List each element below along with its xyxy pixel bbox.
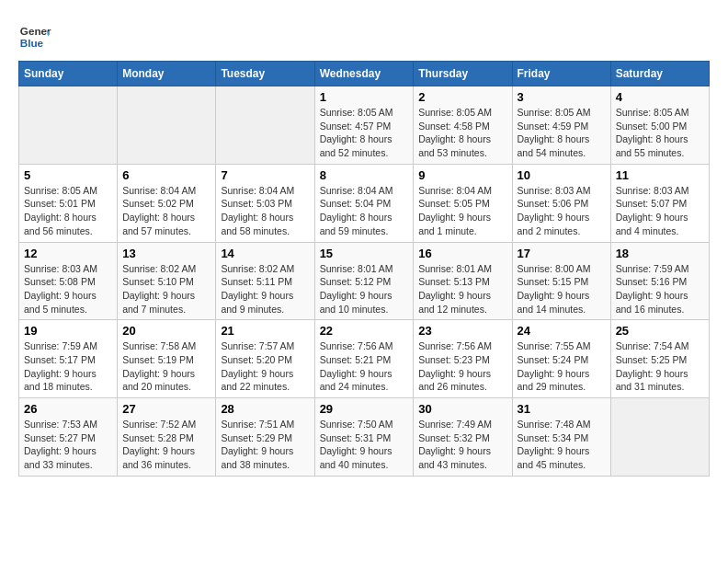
calendar-cell: 19Sunrise: 7:59 AM Sunset: 5:17 PM Dayli…: [19, 320, 118, 398]
day-number: 19: [24, 324, 112, 338]
weekday-header-row: SundayMondayTuesdayWednesdayThursdayFrid…: [19, 62, 710, 86]
calendar-cell: 30Sunrise: 7:49 AM Sunset: 5:32 PM Dayli…: [414, 398, 512, 477]
day-number: 18: [616, 247, 704, 260]
weekday-header-sunday: Sunday: [19, 62, 118, 86]
week-row-2: 5Sunrise: 8:05 AM Sunset: 5:01 PM Daylig…: [19, 164, 710, 242]
day-info: Sunrise: 8:01 AM Sunset: 5:13 PM Dayligh…: [418, 262, 506, 316]
day-info: Sunrise: 7:59 AM Sunset: 5:16 PM Dayligh…: [616, 262, 704, 316]
header: General Blue: [18, 18, 710, 52]
day-number: 22: [320, 324, 409, 338]
day-info: Sunrise: 8:01 AM Sunset: 5:12 PM Dayligh…: [320, 262, 409, 316]
day-number: 12: [24, 247, 112, 260]
day-number: 16: [418, 247, 506, 260]
day-info: Sunrise: 8:03 AM Sunset: 5:06 PM Dayligh…: [518, 184, 606, 238]
day-info: Sunrise: 8:04 AM Sunset: 5:02 PM Dayligh…: [122, 184, 210, 238]
calendar-cell: 6Sunrise: 8:04 AM Sunset: 5:02 PM Daylig…: [118, 164, 216, 242]
day-info: Sunrise: 7:51 AM Sunset: 5:29 PM Dayligh…: [221, 418, 309, 472]
svg-text:Blue: Blue: [20, 37, 44, 49]
calendar-cell: 8Sunrise: 8:04 AM Sunset: 5:04 PM Daylig…: [314, 164, 414, 242]
calendar-cell: 17Sunrise: 8:00 AM Sunset: 5:15 PM Dayli…: [512, 242, 610, 320]
day-number: 3: [518, 90, 606, 104]
day-info: Sunrise: 8:05 AM Sunset: 4:57 PM Dayligh…: [320, 106, 409, 160]
day-number: 31: [518, 402, 606, 416]
logo: General Blue: [18, 18, 55, 52]
calendar-cell: 21Sunrise: 7:57 AM Sunset: 5:20 PM Dayli…: [216, 320, 314, 398]
day-number: 27: [122, 402, 210, 416]
day-info: Sunrise: 7:56 AM Sunset: 5:23 PM Dayligh…: [418, 339, 506, 394]
weekday-header-monday: Monday: [118, 62, 216, 86]
calendar-cell: 14Sunrise: 8:02 AM Sunset: 5:11 PM Dayli…: [216, 242, 314, 320]
week-row-5: 26Sunrise: 7:53 AM Sunset: 5:27 PM Dayli…: [19, 398, 710, 477]
day-number: 7: [221, 168, 309, 182]
calendar-cell: 31Sunrise: 7:48 AM Sunset: 5:34 PM Dayli…: [512, 398, 610, 477]
logo-icon: General Blue: [18, 18, 51, 52]
day-info: Sunrise: 7:49 AM Sunset: 5:32 PM Dayligh…: [418, 418, 506, 472]
weekday-header-tuesday: Tuesday: [216, 62, 314, 86]
calendar-cell: 27Sunrise: 7:52 AM Sunset: 5:28 PM Dayli…: [118, 398, 216, 477]
week-row-3: 12Sunrise: 8:03 AM Sunset: 5:08 PM Dayli…: [19, 242, 710, 320]
day-number: 26: [24, 402, 112, 416]
calendar-cell: 29Sunrise: 7:50 AM Sunset: 5:31 PM Dayli…: [314, 398, 414, 477]
weekday-header-friday: Friday: [512, 62, 610, 86]
day-number: 5: [24, 168, 112, 182]
day-number: 2: [418, 90, 506, 104]
calendar-cell: 16Sunrise: 8:01 AM Sunset: 5:13 PM Dayli…: [414, 242, 512, 320]
day-info: Sunrise: 7:48 AM Sunset: 5:34 PM Dayligh…: [518, 418, 606, 472]
calendar-cell: 13Sunrise: 8:02 AM Sunset: 5:10 PM Dayli…: [118, 242, 216, 320]
day-info: Sunrise: 8:00 AM Sunset: 5:15 PM Dayligh…: [518, 262, 606, 316]
calendar-cell: [19, 86, 118, 165]
day-number: 29: [320, 402, 409, 416]
day-info: Sunrise: 8:04 AM Sunset: 5:04 PM Dayligh…: [320, 184, 409, 238]
day-number: 9: [418, 168, 506, 182]
day-number: 1: [320, 90, 409, 104]
day-info: Sunrise: 8:03 AM Sunset: 5:08 PM Dayligh…: [24, 262, 112, 316]
day-info: Sunrise: 7:53 AM Sunset: 5:27 PM Dayligh…: [24, 418, 112, 472]
day-number: 6: [122, 168, 210, 182]
calendar-table: SundayMondayTuesdayWednesdayThursdayFrid…: [18, 61, 710, 477]
weekday-header-thursday: Thursday: [414, 62, 512, 86]
weekday-header-wednesday: Wednesday: [314, 62, 414, 86]
calendar-cell: 9Sunrise: 8:04 AM Sunset: 5:05 PM Daylig…: [414, 164, 512, 242]
day-number: 21: [221, 324, 309, 338]
calendar-cell: 22Sunrise: 7:56 AM Sunset: 5:21 PM Dayli…: [314, 320, 414, 398]
day-info: Sunrise: 8:04 AM Sunset: 5:05 PM Dayligh…: [418, 184, 506, 238]
calendar-cell: 18Sunrise: 7:59 AM Sunset: 5:16 PM Dayli…: [610, 242, 709, 320]
day-number: 10: [518, 168, 606, 182]
day-number: 30: [418, 402, 506, 416]
day-info: Sunrise: 8:05 AM Sunset: 4:58 PM Dayligh…: [418, 106, 506, 160]
day-info: Sunrise: 7:58 AM Sunset: 5:19 PM Dayligh…: [122, 339, 210, 394]
day-number: 28: [221, 402, 309, 416]
day-info: Sunrise: 7:56 AM Sunset: 5:21 PM Dayligh…: [320, 339, 409, 394]
calendar-cell: [610, 398, 709, 477]
day-number: 23: [418, 324, 506, 338]
day-info: Sunrise: 8:02 AM Sunset: 5:11 PM Dayligh…: [221, 262, 309, 316]
calendar-cell: 26Sunrise: 7:53 AM Sunset: 5:27 PM Dayli…: [19, 398, 118, 477]
weekday-header-saturday: Saturday: [610, 62, 709, 86]
calendar-cell: 1Sunrise: 8:05 AM Sunset: 4:57 PM Daylig…: [314, 86, 414, 165]
day-info: Sunrise: 8:04 AM Sunset: 5:03 PM Dayligh…: [221, 184, 309, 238]
calendar-cell: 7Sunrise: 8:04 AM Sunset: 5:03 PM Daylig…: [216, 164, 314, 242]
calendar-cell: 10Sunrise: 8:03 AM Sunset: 5:06 PM Dayli…: [512, 164, 610, 242]
calendar-cell: 23Sunrise: 7:56 AM Sunset: 5:23 PM Dayli…: [414, 320, 512, 398]
day-number: 14: [221, 247, 309, 260]
day-info: Sunrise: 8:05 AM Sunset: 5:01 PM Dayligh…: [24, 184, 112, 238]
calendar-cell: 28Sunrise: 7:51 AM Sunset: 5:29 PM Dayli…: [216, 398, 314, 477]
day-number: 25: [616, 324, 704, 338]
day-number: 20: [122, 324, 210, 338]
day-info: Sunrise: 7:54 AM Sunset: 5:25 PM Dayligh…: [616, 339, 704, 394]
calendar-cell: 20Sunrise: 7:58 AM Sunset: 5:19 PM Dayli…: [118, 320, 216, 398]
day-number: 8: [320, 168, 409, 182]
calendar-cell: 2Sunrise: 8:05 AM Sunset: 4:58 PM Daylig…: [414, 86, 512, 165]
day-info: Sunrise: 7:55 AM Sunset: 5:24 PM Dayligh…: [518, 339, 606, 394]
day-info: Sunrise: 8:05 AM Sunset: 5:00 PM Dayligh…: [616, 106, 704, 160]
calendar-cell: [118, 86, 216, 165]
day-number: 11: [616, 168, 704, 182]
calendar-cell: 5Sunrise: 8:05 AM Sunset: 5:01 PM Daylig…: [19, 164, 118, 242]
week-row-1: 1Sunrise: 8:05 AM Sunset: 4:57 PM Daylig…: [19, 86, 710, 165]
day-info: Sunrise: 8:05 AM Sunset: 4:59 PM Dayligh…: [518, 106, 606, 160]
calendar-cell: 4Sunrise: 8:05 AM Sunset: 5:00 PM Daylig…: [610, 86, 709, 165]
day-number: 17: [518, 247, 606, 260]
calendar-cell: [216, 86, 314, 165]
day-number: 24: [518, 324, 606, 338]
calendar-cell: 12Sunrise: 8:03 AM Sunset: 5:08 PM Dayli…: [19, 242, 118, 320]
